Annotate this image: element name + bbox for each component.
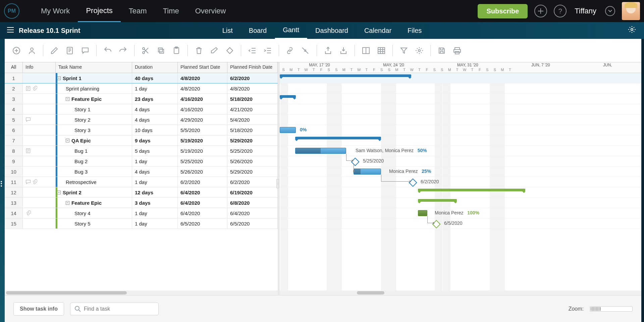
start-cell[interactable]: 4/16/2020 xyxy=(178,104,227,114)
gantt-row[interactable]: Monica Perez 25% xyxy=(280,167,641,177)
gantt-row[interactable] xyxy=(280,83,641,94)
subscribe-button[interactable]: Subscribe xyxy=(478,4,528,18)
task-name-cell[interactable]: −Feature Epic xyxy=(56,198,132,208)
settings-tool-button[interactable] xyxy=(415,46,424,55)
task-name-cell[interactable]: Sprint planning xyxy=(56,83,132,93)
table-row[interactable]: 6Story 310 days5/5/20205/18/2020 xyxy=(5,125,278,135)
settings-button[interactable] xyxy=(628,25,636,36)
view-tab-gantt[interactable]: Gantt xyxy=(275,22,307,39)
finish-cell[interactable]: 6/5/2020 xyxy=(227,218,278,229)
task-name-cell[interactable]: −Feature Epic xyxy=(56,94,132,104)
gantt-row[interactable]: 5/25/2020 xyxy=(280,156,641,167)
print-button[interactable] xyxy=(453,46,462,55)
task-name-cell[interactable]: Bug 2 xyxy=(56,156,132,166)
table-row[interactable]: 3−Feature Epic23 days4/16/20205/18/2020 xyxy=(5,94,278,104)
gantt-row[interactable] xyxy=(280,73,641,83)
view-tab-board[interactable]: Board xyxy=(241,22,275,39)
gantt-row[interactable]: 0% xyxy=(280,125,641,135)
finish-cell[interactable]: 6/2/2020 xyxy=(227,73,278,83)
edge-handle-icon[interactable] xyxy=(1,181,2,187)
link-button[interactable] xyxy=(286,46,294,55)
gantt-summary-bar[interactable] xyxy=(280,74,411,77)
panel-resize-grip[interactable]: ⋮ xyxy=(276,179,279,188)
duration-cell[interactable]: 1 day xyxy=(132,83,178,93)
table-row[interactable]: 5Story 24 days4/29/20205/4/2020 xyxy=(5,115,278,125)
gantt-row[interactable]: Sam Watson, Monica Perez 50% xyxy=(280,146,641,156)
gantt-body[interactable]: 0%Sam Watson, Monica Perez 50%5/25/2020M… xyxy=(280,73,641,229)
duration-cell[interactable]: 23 days xyxy=(132,94,178,104)
task-name-cell[interactable]: Story 2 xyxy=(56,115,132,125)
finish-cell[interactable]: 5/29/2020 xyxy=(227,167,278,177)
task-name-cell[interactable]: −QA Epic xyxy=(56,135,132,145)
finish-cell[interactable]: 5/18/2020 xyxy=(227,94,278,104)
zoom-slider[interactable] xyxy=(590,306,633,312)
duration-cell[interactable]: 12 days xyxy=(132,187,178,197)
finish-cell[interactable]: 5/18/2020 xyxy=(227,125,278,135)
task-name-cell[interactable]: Retrospective xyxy=(56,177,132,187)
col-all[interactable]: All xyxy=(5,62,23,73)
duration-cell[interactable]: 5 days xyxy=(132,146,178,156)
finish-cell[interactable]: 5/25/2020 xyxy=(227,146,278,156)
duration-cell[interactable]: 1 day xyxy=(132,218,178,229)
finish-cell[interactable]: 4/8/2020 xyxy=(227,83,278,93)
table-row[interactable]: 14Story 41 day6/4/20206/4/2020 xyxy=(5,208,278,218)
gantt-task-bar[interactable] xyxy=(418,210,427,216)
nav-item-overview[interactable]: Overview xyxy=(187,0,234,22)
gantt-row[interactable] xyxy=(280,115,641,125)
table-row[interactable]: 8Bug 15 days5/19/20205/25/2020 xyxy=(5,146,278,156)
gantt-row[interactable] xyxy=(280,104,641,115)
indent-button[interactable] xyxy=(263,46,272,55)
start-cell[interactable]: 6/4/2020 xyxy=(178,198,227,208)
gantt-summary-bar[interactable] xyxy=(418,189,525,191)
start-cell[interactable]: 6/4/2020 xyxy=(178,208,227,218)
paste-button[interactable] xyxy=(172,46,181,55)
gantt-task-bar[interactable] xyxy=(280,127,296,133)
finish-cell[interactable]: 6/2/2020 xyxy=(227,177,278,187)
view-tab-list[interactable]: List xyxy=(214,22,241,39)
task-name-cell[interactable]: Bug 3 xyxy=(56,167,132,177)
col-info[interactable]: Info xyxy=(23,62,56,73)
gantt-task-bar[interactable] xyxy=(354,169,381,175)
search-input[interactable] xyxy=(84,306,154,312)
finish-cell[interactable]: 5/4/2020 xyxy=(227,115,278,125)
avatar[interactable] xyxy=(622,2,640,20)
nav-item-my-work[interactable]: My Work xyxy=(33,0,78,22)
table-row[interactable]: 1−Sprint 140 days4/8/20206/2/2020 xyxy=(5,73,278,83)
start-cell[interactable]: 4/8/2020 xyxy=(178,73,227,83)
start-cell[interactable]: 6/4/2020 xyxy=(178,187,227,197)
delete-button[interactable] xyxy=(195,46,203,55)
columns-button[interactable] xyxy=(362,46,370,55)
start-cell[interactable]: 4/29/2020 xyxy=(178,115,227,125)
undo-button[interactable] xyxy=(103,46,112,55)
start-cell[interactable]: 5/25/2020 xyxy=(178,156,227,166)
view-tab-calendar[interactable]: Calendar xyxy=(356,22,399,39)
col-task-name[interactable]: Task Name xyxy=(56,62,132,73)
import-button[interactable] xyxy=(339,46,348,55)
gantt-summary-bar[interactable] xyxy=(280,95,296,98)
task-name-cell[interactable]: −Sprint 1 xyxy=(56,73,132,83)
gantt-row[interactable]: 6/5/2020 xyxy=(280,218,641,229)
table-row[interactable]: 4Story 14 days4/16/20204/21/2020 xyxy=(5,104,278,115)
finish-cell[interactable]: 6/8/2020 xyxy=(227,198,278,208)
table-row[interactable]: 2Sprint planning1 day4/8/20204/8/2020 xyxy=(5,83,278,94)
duration-cell[interactable]: 1 day xyxy=(132,208,178,218)
comment-button[interactable] xyxy=(81,46,90,55)
gantt-row[interactable] xyxy=(280,94,641,104)
gantt-row[interactable] xyxy=(280,135,641,146)
finish-cell[interactable]: 4/21/2020 xyxy=(227,104,278,114)
user-menu-caret[interactable] xyxy=(605,6,615,16)
duration-cell[interactable]: 1 day xyxy=(132,177,178,187)
search-box[interactable] xyxy=(70,303,159,315)
table-row[interactable]: 12−Sprint 212 days6/4/20206/19/2020 xyxy=(5,187,278,198)
filter-button[interactable] xyxy=(399,46,408,55)
export-button[interactable] xyxy=(324,46,332,55)
finish-cell[interactable]: 6/19/2020 xyxy=(227,187,278,197)
task-name-cell[interactable]: Story 4 xyxy=(56,208,132,218)
note-button[interactable] xyxy=(65,46,74,55)
menu-button[interactable] xyxy=(7,26,14,35)
table-row[interactable]: 13−Feature Epic3 days6/4/20206/8/2020 xyxy=(5,198,278,208)
copy-button[interactable] xyxy=(157,46,165,55)
outdent-button[interactable] xyxy=(248,46,257,55)
show-task-info-button[interactable]: Show task info xyxy=(13,302,64,316)
table-row[interactable]: 10Bug 34 days5/26/20205/29/2020 xyxy=(5,167,278,177)
